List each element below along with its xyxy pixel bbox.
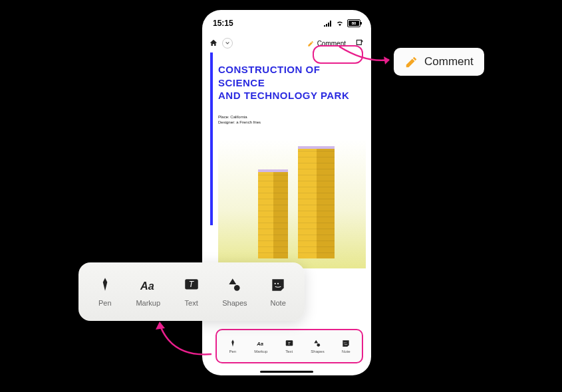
pencil-icon	[307, 40, 315, 47]
illustration	[218, 139, 366, 268]
chevron-down-icon	[225, 41, 230, 46]
text-icon: T	[285, 339, 294, 348]
note-icon	[341, 339, 351, 348]
tool-text-large[interactable]: TText	[183, 276, 200, 307]
arrow-to-comment	[336, 43, 396, 70]
svg-text:T: T	[188, 280, 194, 289]
tool-note-large[interactable]: Note	[269, 276, 287, 307]
tool-pen[interactable]: Pen	[228, 339, 237, 353]
tool-note[interactable]: Note	[341, 339, 351, 353]
tool-markup-large[interactable]: AaMarkup	[136, 276, 160, 307]
arrow-to-toolbar	[152, 318, 218, 364]
status-icons: 80	[323, 19, 360, 27]
tool-shapes[interactable]: Shapes	[311, 339, 324, 353]
wifi-icon	[335, 20, 345, 27]
callout-comment: Comment	[394, 48, 484, 76]
svg-point-3	[317, 343, 321, 347]
callout-comment-label: Comment	[424, 55, 474, 68]
status-time: 15:15	[213, 19, 233, 28]
svg-point-5	[346, 342, 347, 343]
tool-shapes-large[interactable]: Shapes	[222, 276, 247, 307]
svg-text:T: T	[287, 342, 290, 345]
pen-icon	[96, 276, 114, 294]
svg-text:Aa: Aa	[140, 280, 154, 292]
annotation-toolbar-mini: Pen AaMarkup TText Shapes Note	[215, 329, 363, 363]
accent-bar	[210, 52, 213, 225]
svg-point-9	[234, 285, 240, 291]
svg-point-4	[344, 342, 345, 343]
markup-icon: Aa	[140, 276, 157, 294]
home-indicator[interactable]	[260, 371, 313, 373]
svg-text:Aa: Aa	[256, 341, 263, 347]
doc-meta: Place: California Designer: a French fri…	[218, 114, 363, 126]
dropdown-toggle[interactable]	[222, 38, 233, 49]
tool-markup[interactable]: AaMarkup	[254, 339, 267, 353]
signal-icon	[323, 20, 333, 27]
home-icon[interactable]	[209, 39, 218, 48]
note-icon	[269, 276, 287, 294]
annotation-toolbar-callout: Pen AaMarkup TText Shapes Note	[78, 262, 305, 321]
shapes-icon	[313, 339, 322, 348]
svg-point-11	[277, 283, 279, 284]
pen-icon	[228, 339, 237, 348]
text-icon: T	[183, 276, 200, 294]
battery-icon: 80	[347, 19, 360, 27]
svg-point-10	[275, 283, 276, 284]
shapes-icon	[226, 276, 243, 294]
markup-icon: Aa	[256, 339, 265, 348]
tool-pen-large[interactable]: Pen	[96, 276, 114, 307]
pencil-icon	[404, 54, 419, 69]
tool-text[interactable]: TText	[285, 339, 294, 353]
status-bar: 15:15 80	[202, 10, 371, 34]
